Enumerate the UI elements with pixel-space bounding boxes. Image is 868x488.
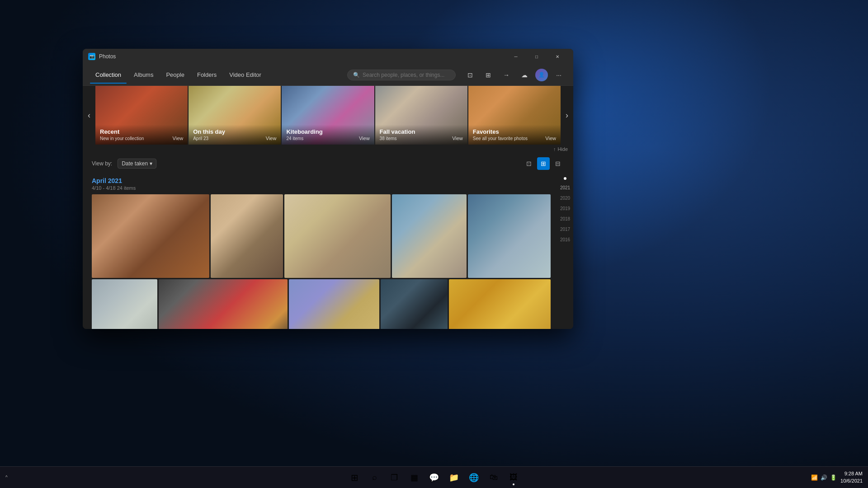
hide-label: Hide — [557, 146, 568, 152]
photo-item-1[interactable] — [92, 194, 209, 278]
hide-button[interactable]: ↑ Hide — [553, 146, 568, 152]
minimize-button[interactable]: ─ — [505, 49, 526, 64]
photo-item-3[interactable] — [284, 194, 391, 278]
toolbar-icons: ⊡ ⊞ → ☁ 👤 ··· — [463, 68, 566, 82]
timeline-year-2020[interactable]: 2020 — [560, 196, 570, 201]
battery-icon[interactable]: 🔋 — [830, 474, 837, 481]
layout-medium-button[interactable]: ⊞ — [537, 157, 550, 170]
clock-time: 9:28 AM — [840, 470, 863, 477]
timeline-year-2018[interactable]: 2018 — [560, 216, 570, 221]
tab-folders[interactable]: Folders — [192, 69, 222, 81]
strip-card-recent-view[interactable]: View — [173, 136, 184, 141]
photo-section-april2021: April 2021 4/10 - 4/18 24 items — [83, 174, 573, 329]
active-indicator — [513, 483, 514, 485]
strip-card-favorites[interactable]: Favorites See all your favorite photos V… — [468, 86, 561, 145]
photo-item-6[interactable] — [92, 279, 157, 329]
strip-card-recent[interactable]: Recent New in your collection View — [95, 86, 188, 145]
strip-card-kiteboarding-overlay: Kiteboarding 24 items — [282, 125, 374, 145]
taskbar-search-icon: ⌕ — [372, 473, 377, 482]
volume-icon[interactable]: 🔊 — [821, 474, 827, 481]
file-explorer-button[interactable]: 📁 — [445, 469, 463, 487]
layout-large-button[interactable]: ⊡ — [523, 157, 535, 170]
widgets-button[interactable]: ▦ — [405, 469, 423, 487]
timeline-year-2016[interactable]: 2016 — [560, 237, 570, 242]
photo-item-10[interactable] — [449, 279, 551, 329]
photo-item-7[interactable] — [159, 279, 288, 329]
system-clock[interactable]: 9:28 AM 10/6/2021 — [840, 470, 863, 484]
section-header: April 2021 4/10 - 4/18 24 items — [92, 177, 551, 191]
view-by-value: Date taken — [122, 160, 148, 167]
strip-card-fallvacation-view[interactable]: View — [452, 136, 463, 141]
tab-albums[interactable]: Albums — [128, 69, 159, 81]
view-by-chevron: ▾ — [150, 160, 152, 167]
photo-item-4[interactable] — [392, 194, 467, 278]
layout-small-button[interactable]: ⊟ — [552, 157, 564, 170]
featured-strip: ‹ Recent New in your collection View On — [83, 86, 573, 145]
photo-item-2[interactable] — [211, 194, 283, 278]
strip-card-kiteboarding-sub: 24 items — [286, 136, 369, 141]
taskbar: ^ ⊞ ⌕ ❐ ▦ 💬 📁 🌐 🛍 🖼 — [0, 466, 868, 488]
strip-card-fallvacation[interactable]: Fall vacation 38 items View — [375, 86, 467, 145]
search-input[interactable] — [363, 72, 450, 78]
taskview-icon: ❐ — [391, 473, 398, 483]
search-bar[interactable]: 🔍 — [347, 70, 456, 80]
filter-button[interactable]: ⊞ — [481, 68, 495, 82]
strip-card-recent-sub: New in your collection — [100, 136, 183, 141]
wifi-icon[interactable]: 📶 — [811, 474, 818, 481]
more-options-button[interactable]: ··· — [552, 68, 566, 82]
photo-row-1 — [92, 194, 551, 278]
app-icon: 📷 — [88, 53, 95, 60]
start-button[interactable]: ⊞ — [345, 469, 363, 487]
tab-people[interactable]: People — [160, 69, 189, 81]
task-view-button[interactable]: ❐ — [385, 469, 403, 487]
strip-card-favorites-title: Favorites — [473, 128, 556, 135]
photo-row-2 — [92, 279, 551, 329]
timeline-indicator — [564, 177, 566, 180]
search-taskbar-button[interactable]: ⌕ — [365, 469, 383, 487]
strip-card-favorites-view[interactable]: View — [545, 136, 556, 141]
notification-area: ^ — [5, 475, 8, 480]
strip-card-favorites-overlay: Favorites See all your favorite photos — [468, 125, 561, 145]
timeline-year-2021[interactable]: 2021 — [560, 185, 570, 190]
section-month-label: April 2021 — [92, 177, 551, 184]
tab-video-editor[interactable]: Video Editor — [224, 69, 267, 81]
timeline-sidebar: 2021 2020 2019 2018 2017 2016 — [557, 174, 573, 329]
photos-taskbar-button[interactable]: 🖼 — [505, 469, 523, 487]
strip-prev-button[interactable]: ‹ — [83, 86, 95, 145]
layout-buttons: ⊡ ⊞ ⊟ — [523, 157, 564, 170]
timeline-year-2019[interactable]: 2019 — [560, 206, 570, 211]
clock-date: 10/6/2021 — [840, 478, 863, 484]
section-range-label: 4/10 - 4/18 24 items — [92, 185, 551, 191]
strip-card-onthisday-sub: April 23 — [193, 136, 276, 141]
tab-collection[interactable]: Collection — [90, 69, 127, 81]
browser-button[interactable]: 🌐 — [465, 469, 483, 487]
strip-card-kiteboarding[interactable]: Kiteboarding 24 items View — [282, 86, 374, 145]
strip-card-fallvacation-title: Fall vacation — [380, 128, 463, 135]
maximize-button[interactable]: □ — [526, 49, 547, 64]
navigation-bar: Collection Albums People Folders Video E… — [83, 64, 573, 86]
main-content: ‹ Recent New in your collection View On — [83, 86, 573, 329]
strip-next-button[interactable]: › — [561, 86, 573, 145]
view-controls: View by: Date taken ▾ ⊡ ⊞ ⊟ — [83, 154, 573, 174]
photo-item-5[interactable] — [468, 194, 551, 278]
slideshow-button[interactable]: → — [499, 68, 514, 82]
strip-card-recent-overlay: Recent New in your collection — [95, 125, 188, 145]
strip-card-onthisday-overlay: On this day April 23 — [189, 125, 281, 145]
photo-item-9[interactable] — [381, 279, 448, 329]
file-explorer-icon: 📁 — [449, 473, 459, 483]
system-tray-icons: 📶 🔊 🔋 — [811, 474, 837, 481]
chat-button[interactable]: 💬 — [425, 469, 443, 487]
store-button[interactable]: 🛍 — [485, 469, 503, 487]
strip-card-kiteboarding-view[interactable]: View — [359, 136, 370, 141]
strip-card-onthisday[interactable]: On this day April 23 View — [189, 86, 281, 145]
timeline-year-2017[interactable]: 2017 — [560, 227, 570, 232]
close-button[interactable]: ✕ — [547, 49, 568, 64]
onedrive-button[interactable]: ☁ — [517, 68, 532, 82]
user-avatar[interactable]: 👤 — [535, 69, 548, 81]
strip-card-onthisday-view[interactable]: View — [266, 136, 277, 141]
photo-item-8[interactable] — [289, 279, 379, 329]
view-by-select[interactable]: Date taken ▾ — [118, 159, 156, 169]
taskbar-left: ^ — [5, 475, 8, 480]
import-button[interactable]: ⊡ — [463, 68, 477, 82]
strip-cards-container: Recent New in your collection View On th… — [95, 86, 561, 145]
